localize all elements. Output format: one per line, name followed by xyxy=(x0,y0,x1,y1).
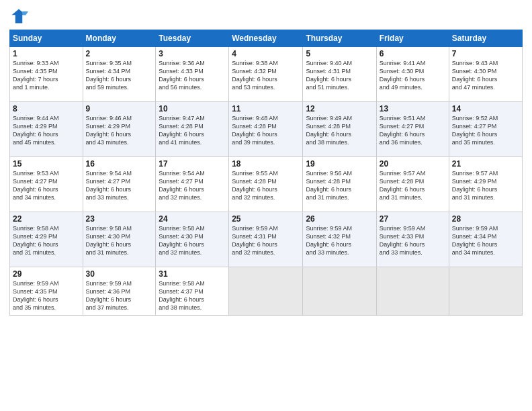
calendar-cell: 27Sunrise: 9:59 AM Sunset: 4:33 PM Dayli… xyxy=(376,212,449,267)
calendar-week-5: 29Sunrise: 9:59 AM Sunset: 4:35 PM Dayli… xyxy=(10,267,523,316)
day-number: 18 xyxy=(232,159,300,169)
calendar-cell: 10Sunrise: 9:47 AM Sunset: 4:28 PM Dayli… xyxy=(156,102,229,157)
calendar-cell: 13Sunrise: 9:51 AM Sunset: 4:27 PM Dayli… xyxy=(376,102,449,157)
day-number: 22 xyxy=(13,214,80,224)
day-number: 27 xyxy=(380,214,446,224)
svg-marker-0 xyxy=(12,9,26,24)
calendar-week-4: 22Sunrise: 9:58 AM Sunset: 4:29 PM Dayli… xyxy=(10,212,523,267)
day-number: 26 xyxy=(306,214,373,224)
day-info: Sunrise: 9:47 AM Sunset: 4:28 PM Dayligh… xyxy=(159,114,226,147)
calendar-week-1: 1Sunrise: 9:33 AM Sunset: 4:35 PM Daylig… xyxy=(10,47,523,102)
day-info: Sunrise: 9:48 AM Sunset: 4:28 PM Dayligh… xyxy=(232,114,300,147)
calendar-cell: 22Sunrise: 9:58 AM Sunset: 4:29 PM Dayli… xyxy=(10,212,83,267)
day-number: 10 xyxy=(159,104,226,113)
day-number: 15 xyxy=(13,159,80,169)
calendar-header-tuesday: Tuesday xyxy=(156,30,229,47)
calendar-cell: 20Sunrise: 9:57 AM Sunset: 4:28 PM Dayli… xyxy=(376,157,449,212)
calendar-cell: 19Sunrise: 9:56 AM Sunset: 4:28 PM Dayli… xyxy=(303,157,376,212)
calendar-cell xyxy=(376,267,449,316)
calendar-cell: 7Sunrise: 9:43 AM Sunset: 4:30 PM Daylig… xyxy=(449,47,522,102)
calendar-cell: 6Sunrise: 9:41 AM Sunset: 4:30 PM Daylig… xyxy=(376,47,449,102)
day-info: Sunrise: 9:59 AM Sunset: 4:33 PM Dayligh… xyxy=(380,224,446,257)
day-number: 19 xyxy=(306,159,373,169)
calendar-cell: 2Sunrise: 9:35 AM Sunset: 4:34 PM Daylig… xyxy=(83,47,156,102)
calendar-cell: 30Sunrise: 9:59 AM Sunset: 4:36 PM Dayli… xyxy=(83,267,156,316)
calendar-cell: 28Sunrise: 9:59 AM Sunset: 4:34 PM Dayli… xyxy=(449,212,522,267)
day-info: Sunrise: 9:33 AM Sunset: 4:35 PM Dayligh… xyxy=(13,59,80,92)
day-info: Sunrise: 9:53 AM Sunset: 4:27 PM Dayligh… xyxy=(13,169,80,202)
calendar-cell: 8Sunrise: 9:44 AM Sunset: 4:29 PM Daylig… xyxy=(10,102,83,157)
day-number: 3 xyxy=(159,49,226,58)
calendar-cell: 12Sunrise: 9:49 AM Sunset: 4:28 PM Dayli… xyxy=(303,102,376,157)
day-number: 24 xyxy=(159,214,226,224)
day-info: Sunrise: 9:59 AM Sunset: 4:34 PM Dayligh… xyxy=(452,224,519,257)
svg-marker-1 xyxy=(22,11,28,15)
day-number: 20 xyxy=(380,159,446,169)
day-number: 9 xyxy=(86,104,153,113)
calendar-cell xyxy=(449,267,522,316)
day-info: Sunrise: 9:59 AM Sunset: 4:32 PM Dayligh… xyxy=(306,224,373,257)
day-info: Sunrise: 9:52 AM Sunset: 4:27 PM Dayligh… xyxy=(452,114,519,147)
calendar-cell: 17Sunrise: 9:54 AM Sunset: 4:27 PM Dayli… xyxy=(156,157,229,212)
calendar: SundayMondayTuesdayWednesdayThursdayFrid… xyxy=(9,30,523,316)
day-number: 7 xyxy=(452,49,519,58)
day-info: Sunrise: 9:49 AM Sunset: 4:28 PM Dayligh… xyxy=(306,114,373,147)
calendar-week-3: 15Sunrise: 9:53 AM Sunset: 4:27 PM Dayli… xyxy=(10,157,523,212)
day-info: Sunrise: 9:58 AM Sunset: 4:29 PM Dayligh… xyxy=(13,224,80,257)
day-info: Sunrise: 9:58 AM Sunset: 4:30 PM Dayligh… xyxy=(86,224,153,257)
day-number: 29 xyxy=(13,269,80,279)
calendar-week-2: 8Sunrise: 9:44 AM Sunset: 4:29 PM Daylig… xyxy=(10,102,523,157)
header xyxy=(9,7,523,26)
calendar-header-friday: Friday xyxy=(376,30,449,47)
day-number: 14 xyxy=(452,104,519,113)
day-info: Sunrise: 9:55 AM Sunset: 4:28 PM Dayligh… xyxy=(232,169,300,202)
day-info: Sunrise: 9:40 AM Sunset: 4:31 PM Dayligh… xyxy=(306,59,373,92)
day-number: 17 xyxy=(159,159,226,169)
calendar-header-row: SundayMondayTuesdayWednesdayThursdayFrid… xyxy=(10,30,523,47)
day-number: 1 xyxy=(13,49,80,58)
calendar-cell: 3Sunrise: 9:36 AM Sunset: 4:33 PM Daylig… xyxy=(156,47,229,102)
day-info: Sunrise: 9:58 AM Sunset: 4:37 PM Dayligh… xyxy=(159,279,226,312)
logo-icon xyxy=(9,7,28,26)
day-number: 11 xyxy=(232,104,300,113)
calendar-header-sunday: Sunday xyxy=(10,30,83,47)
day-info: Sunrise: 9:41 AM Sunset: 4:30 PM Dayligh… xyxy=(380,59,446,92)
day-info: Sunrise: 9:35 AM Sunset: 4:34 PM Dayligh… xyxy=(86,59,153,92)
calendar-cell: 15Sunrise: 9:53 AM Sunset: 4:27 PM Dayli… xyxy=(10,157,83,212)
day-number: 13 xyxy=(380,104,446,113)
calendar-cell: 5Sunrise: 9:40 AM Sunset: 4:31 PM Daylig… xyxy=(303,47,376,102)
day-info: Sunrise: 9:54 AM Sunset: 4:27 PM Dayligh… xyxy=(159,169,226,202)
day-info: Sunrise: 9:57 AM Sunset: 4:29 PM Dayligh… xyxy=(452,169,519,202)
day-number: 31 xyxy=(159,269,226,279)
calendar-cell: 26Sunrise: 9:59 AM Sunset: 4:32 PM Dayli… xyxy=(303,212,376,267)
logo xyxy=(9,7,31,26)
calendar-cell: 29Sunrise: 9:59 AM Sunset: 4:35 PM Dayli… xyxy=(10,267,83,316)
day-info: Sunrise: 9:51 AM Sunset: 4:27 PM Dayligh… xyxy=(380,114,446,147)
calendar-cell xyxy=(303,267,376,316)
calendar-cell: 18Sunrise: 9:55 AM Sunset: 4:28 PM Dayli… xyxy=(229,157,303,212)
day-number: 23 xyxy=(86,214,153,224)
day-info: Sunrise: 9:38 AM Sunset: 4:32 PM Dayligh… xyxy=(232,59,300,92)
day-number: 2 xyxy=(86,49,153,58)
day-info: Sunrise: 9:43 AM Sunset: 4:30 PM Dayligh… xyxy=(452,59,519,92)
calendar-cell: 4Sunrise: 9:38 AM Sunset: 4:32 PM Daylig… xyxy=(229,47,303,102)
day-info: Sunrise: 9:44 AM Sunset: 4:29 PM Dayligh… xyxy=(13,114,80,147)
day-number: 30 xyxy=(86,269,153,279)
calendar-cell: 14Sunrise: 9:52 AM Sunset: 4:27 PM Dayli… xyxy=(449,102,522,157)
calendar-cell: 16Sunrise: 9:54 AM Sunset: 4:27 PM Dayli… xyxy=(83,157,156,212)
calendar-cell: 23Sunrise: 9:58 AM Sunset: 4:30 PM Dayli… xyxy=(83,212,156,267)
calendar-cell: 24Sunrise: 9:58 AM Sunset: 4:30 PM Dayli… xyxy=(156,212,229,267)
calendar-cell: 9Sunrise: 9:46 AM Sunset: 4:29 PM Daylig… xyxy=(83,102,156,157)
day-number: 6 xyxy=(380,49,446,58)
calendar-cell: 21Sunrise: 9:57 AM Sunset: 4:29 PM Dayli… xyxy=(449,157,522,212)
day-number: 16 xyxy=(86,159,153,169)
day-number: 21 xyxy=(452,159,519,169)
day-number: 28 xyxy=(452,214,519,224)
calendar-header-thursday: Thursday xyxy=(303,30,376,47)
day-info: Sunrise: 9:58 AM Sunset: 4:30 PM Dayligh… xyxy=(159,224,226,257)
day-info: Sunrise: 9:59 AM Sunset: 4:31 PM Dayligh… xyxy=(232,224,300,257)
page: SundayMondayTuesdayWednesdayThursdayFrid… xyxy=(0,0,532,411)
day-info: Sunrise: 9:57 AM Sunset: 4:28 PM Dayligh… xyxy=(380,169,446,202)
day-number: 8 xyxy=(13,104,80,113)
day-info: Sunrise: 9:36 AM Sunset: 4:33 PM Dayligh… xyxy=(159,59,226,92)
